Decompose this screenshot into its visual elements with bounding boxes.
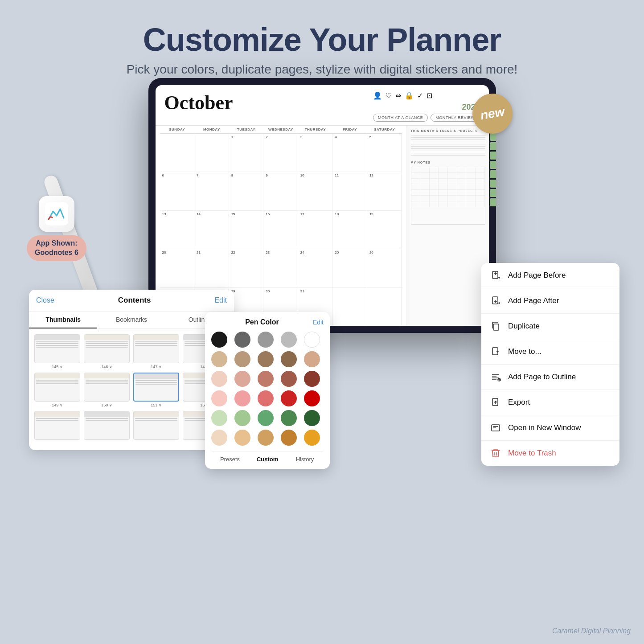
week-3: 13 14 15 16 17 18 19 xyxy=(160,211,402,249)
color-swatch[interactable] xyxy=(258,410,274,426)
week-2: 6 7 8 9 10 11 12 xyxy=(160,172,402,210)
menu-export[interactable]: Export xyxy=(481,390,619,415)
heart-icon: ♡ xyxy=(386,91,392,100)
color-swatch[interactable] xyxy=(304,390,320,406)
month-glance-btn[interactable]: Month at a Glance xyxy=(373,114,428,122)
week-4: 20 21 22 23 24 25 26 xyxy=(160,249,402,287)
color-swatch[interactable] xyxy=(304,332,320,348)
menu-move-to-trash[interactable]: Move to Trash xyxy=(481,441,619,466)
pen-tab-history[interactable]: History xyxy=(286,456,324,463)
planner-header: October 👤 ♡ ⇔ 🔒 ✓ ⊡ 2024 Month at a Glan… xyxy=(156,85,489,126)
move-to-trash-label: Move to Trash xyxy=(508,449,556,458)
menu-move-to[interactable]: Move to... xyxy=(481,339,619,365)
color-swatch[interactable] xyxy=(281,390,297,406)
color-swatch[interactable] xyxy=(211,410,227,426)
move-to-icon xyxy=(489,345,502,358)
person-icon: 👤 xyxy=(373,91,382,100)
color-swatch[interactable] xyxy=(234,351,250,367)
thumb-monthly-review-1: 147 ∨ xyxy=(133,334,179,369)
thumb-month-glance-4 xyxy=(133,411,179,441)
color-swatch[interactable] xyxy=(211,332,227,348)
tab-bookmarks[interactable]: Bookmarks xyxy=(97,312,165,328)
contents-close-btn[interactable]: Close xyxy=(36,296,54,304)
color-swatch[interactable] xyxy=(304,430,320,446)
pen-panel-header: Pen Color Edit xyxy=(211,318,324,326)
thumb-monthly-review-3 xyxy=(34,411,80,441)
duplicate-icon xyxy=(489,320,502,332)
color-swatch[interactable] xyxy=(234,430,250,446)
color-swatch[interactable] xyxy=(281,371,297,387)
color-swatch[interactable] xyxy=(234,390,250,406)
menu-open-new-window[interactable]: Open in New Window xyxy=(481,415,619,441)
app-label: App Shown: Goodnotes 6 xyxy=(27,235,86,261)
export-label: Export xyxy=(508,398,530,407)
trash-icon xyxy=(489,447,502,459)
contents-panel: Close Contents Edit Thumbnails Bookmarks… xyxy=(29,290,234,450)
tab-thumbnails[interactable]: Thumbnails xyxy=(29,312,97,328)
check-icon: ✓ xyxy=(417,91,423,100)
color-swatch[interactable] xyxy=(258,390,274,406)
nav-buttons: Month at a Glance Monthly Review xyxy=(373,114,480,122)
svg-rect-4 xyxy=(492,348,498,355)
app-badge: App Shown: Goodnotes 6 xyxy=(27,196,86,261)
link-icon: ⇔ xyxy=(395,91,401,100)
menu-add-to-outline[interactable]: Add Page to Outline xyxy=(481,365,619,390)
menu-add-page-before[interactable]: Add Page Before xyxy=(481,263,619,288)
new-window-icon xyxy=(489,422,502,434)
menu-add-page-after[interactable]: Add Page After xyxy=(481,288,619,314)
color-swatch[interactable] xyxy=(258,430,274,446)
watermark: Caramel Digital Planning xyxy=(552,627,631,635)
color-swatch[interactable] xyxy=(281,430,297,446)
color-swatch[interactable] xyxy=(234,332,250,348)
color-swatch[interactable] xyxy=(258,351,274,367)
pen-tab-presets[interactable]: Presets xyxy=(211,456,249,463)
app-icon xyxy=(39,196,74,232)
export-icon xyxy=(489,396,502,409)
thumb-row-1: 145 ∨ 146 ∨ xyxy=(34,334,229,369)
thumb-november xyxy=(84,411,130,441)
color-grid xyxy=(211,332,324,446)
color-swatch[interactable] xyxy=(304,371,320,387)
share-icon: ⊡ xyxy=(427,91,432,100)
color-swatch[interactable] xyxy=(234,410,250,426)
add-page-before-icon xyxy=(489,269,502,282)
color-swatch[interactable] xyxy=(211,430,227,446)
thumb-august: 145 ∨ xyxy=(34,334,80,369)
color-swatch[interactable] xyxy=(304,410,320,426)
duplicate-label: Duplicate xyxy=(508,322,540,331)
pen-tab-custom[interactable]: Custom xyxy=(249,456,286,463)
color-swatch[interactable] xyxy=(258,371,274,387)
color-swatch[interactable] xyxy=(258,332,274,348)
new-badge-text: new xyxy=(479,105,505,123)
thumb-monthly-review-2: 150 ∨ xyxy=(84,373,130,407)
add-to-outline-label: Add Page to Outline xyxy=(508,373,576,381)
menu-duplicate[interactable]: Duplicate xyxy=(481,314,619,339)
color-swatch[interactable] xyxy=(211,390,227,406)
color-swatch[interactable] xyxy=(281,351,297,367)
color-swatch[interactable] xyxy=(211,371,227,387)
pen-panel-edit-btn[interactable]: Edit xyxy=(313,319,324,326)
planner-right: 👤 ♡ ⇔ 🔒 ✓ ⊡ 2024 Month at a Glance Month… xyxy=(373,91,480,122)
contents-title: Contents xyxy=(54,296,215,305)
move-to-label: Move to... xyxy=(508,347,541,356)
subtitle: Pick your colors, duplicate pages, styli… xyxy=(0,62,644,77)
pen-panel-tabs: Presets Custom History xyxy=(211,451,324,463)
notes-grid xyxy=(411,167,485,225)
svg-rect-3 xyxy=(493,324,499,330)
color-swatch[interactable] xyxy=(234,371,250,387)
add-page-after-icon xyxy=(489,295,502,307)
open-new-window-label: Open in New Window xyxy=(508,423,581,432)
month-title: October xyxy=(164,91,233,114)
thumb-month-glance-2: 149 ∨ xyxy=(34,373,80,407)
contents-edit-btn[interactable]: Edit xyxy=(214,296,227,304)
color-swatch[interactable] xyxy=(281,332,297,348)
context-menu: Add Page Before Add Page After Duplicate… xyxy=(481,263,619,466)
color-swatch[interactable] xyxy=(304,351,320,367)
color-swatch[interactable] xyxy=(211,351,227,367)
add-page-before-label: Add Page Before xyxy=(508,271,566,280)
color-swatch[interactable] xyxy=(281,410,297,426)
contents-header: Close Contents Edit xyxy=(29,290,234,312)
header-section: Customize Your Planner Pick your colors,… xyxy=(0,0,644,77)
main-title: Customize Your Planner xyxy=(0,21,644,58)
days-header: SUNDAY MONDAY TUESDAY WEDNESDAY THURSDAY… xyxy=(160,126,402,134)
